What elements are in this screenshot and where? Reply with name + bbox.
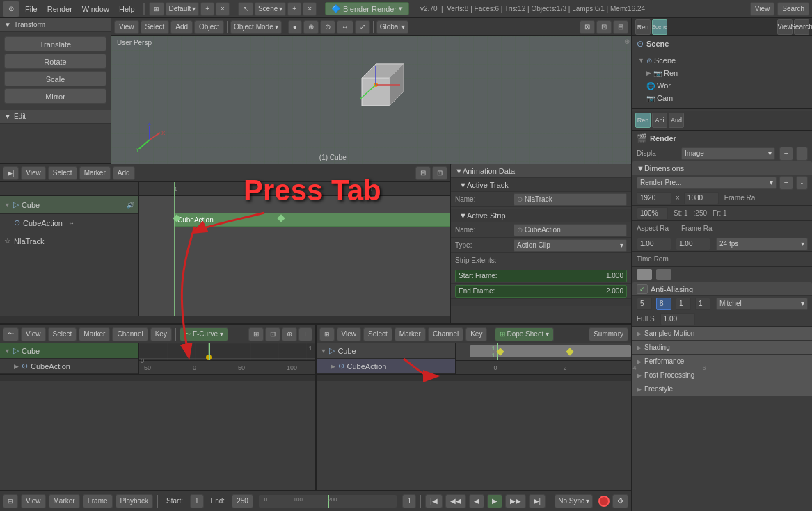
menu-window[interactable]: Window: [78, 3, 113, 15]
scene-dropdown[interactable]: Scene ▾: [255, 2, 286, 16]
tree-ren[interactable]: ▶ 📷 Ren: [635, 67, 809, 79]
timeline-playback[interactable]: Playback: [116, 494, 154, 508]
timeline-ruler[interactable]: 0 100 200: [259, 495, 397, 508]
dope-ch-cube-top[interactable]: ▼ ▷ Cube: [317, 343, 455, 359]
post-processing-btn[interactable]: ▶ Post Processing: [632, 368, 812, 382]
search-btn-top[interactable]: Search: [777, 2, 809, 16]
strip-type-dropdown[interactable]: Action Clip ▾: [514, 239, 627, 252]
nla-cube-speaker[interactable]: 🔊: [127, 202, 134, 209]
dope-timeline[interactable]: 0 2 4 6 1 1: [456, 343, 632, 374]
play-jump-start[interactable]: |◀: [425, 494, 443, 508]
dope-view[interactable]: View: [337, 327, 362, 341]
performance-btn[interactable]: ▶ Performance: [632, 355, 812, 368]
viewport-icon2[interactable]: ⊕: [303, 20, 319, 34]
transform-panel-header[interactable]: ▼ Transform: [0, 18, 111, 32]
active-strip-header[interactable]: ▼ Active Strip: [451, 209, 631, 222]
viewport-3d[interactable]: View Select Add Object Object Mode ▾ ● ⊕…: [111, 18, 631, 164]
tree-cam[interactable]: 📷 Cam: [635, 92, 809, 104]
sync-dropdown[interactable]: No Sync ▾: [555, 494, 593, 508]
add-menu[interactable]: Add: [170, 20, 193, 34]
rp-icon-ren[interactable]: Ren: [635, 19, 651, 35]
scene-close-btn[interactable]: ×: [303, 2, 317, 16]
nla-view-menu[interactable]: View: [21, 166, 46, 180]
rp-search[interactable]: Search: [794, 19, 809, 35]
rt-aud[interactable]: Aud: [669, 113, 684, 128]
fcurve-hscrollbar[interactable]: [0, 374, 315, 381]
timeline-icon[interactable]: ⊟: [3, 494, 18, 508]
dope-channel[interactable]: Channel: [428, 327, 463, 341]
sampled-motion-btn[interactable]: ▶ Sampled Motion: [632, 327, 812, 341]
strip-name-input[interactable]: ⊙ CubeAction: [514, 224, 627, 236]
fcurve-icon1[interactable]: ⊞: [248, 327, 264, 341]
dope-select[interactable]: Select: [363, 327, 392, 341]
active-track-header[interactable]: ▼ Active Track: [451, 178, 631, 192]
track-name-input[interactable]: ⊙ NlaTrack: [514, 193, 627, 206]
aa-checkbox[interactable]: [637, 284, 648, 294]
nla-select-menu[interactable]: Select: [48, 166, 77, 180]
menu-render[interactable]: Render: [43, 3, 77, 15]
tree-wor[interactable]: 🌐 Wor: [635, 79, 809, 92]
vp-icon-r2[interactable]: ⊡: [596, 20, 612, 34]
fcurve-select[interactable]: Select: [48, 327, 77, 341]
aa-s1[interactable]: 5: [637, 298, 652, 310]
play-next-frame[interactable]: ▶▶: [505, 494, 526, 508]
nla-icon1[interactable]: ⊟: [415, 166, 431, 180]
layout-grid-btn[interactable]: ⊞: [149, 2, 164, 16]
dope-ch-cubeaction[interactable]: ▶ ⊙ CubeAction: [317, 359, 455, 374]
dope-mode-btn[interactable]: ⊞ Dope Sheet ▾: [495, 327, 554, 341]
color-swatch-1[interactable]: [637, 269, 652, 280]
mode-dropdown[interactable]: Object Mode ▾: [230, 20, 282, 34]
fps-dropdown[interactable]: 24 fps ▾: [716, 238, 808, 250]
record-btn[interactable]: [598, 496, 610, 507]
nla-icon[interactable]: ▶|: [3, 166, 19, 180]
fcurve-icon2[interactable]: ⊡: [265, 327, 280, 341]
fcurve-icon3[interactable]: ⊕: [282, 327, 297, 341]
viewport-icon1[interactable]: ●: [288, 20, 302, 34]
app-icon[interactable]: ⊙: [3, 1, 19, 17]
timeline-options[interactable]: ⚙: [612, 494, 628, 508]
timeline-marker[interactable]: Marker: [49, 494, 80, 508]
render-preset-dropdown[interactable]: Render Pre... ▾: [637, 177, 777, 189]
nla-hscrollbar[interactable]: [0, 316, 450, 323]
viewport-corner[interactable]: ⊕: [624, 38, 630, 45]
tree-scene[interactable]: ▼ ⊙ Scene: [635, 54, 809, 67]
timeline-end-val[interactable]: 250: [232, 494, 253, 508]
menu-file[interactable]: File: [21, 3, 42, 15]
nla-marker-menu[interactable]: Marker: [79, 166, 111, 180]
layout-dropdown[interactable]: Default ▾: [166, 2, 200, 16]
timeline-current[interactable]: 1: [402, 494, 416, 508]
nla-channel-nlatrack[interactable]: ☆ NlaTrack: [0, 232, 138, 250]
aa-header[interactable]: Anti-Aliasing: [632, 282, 812, 296]
scale-btn[interactable]: Scale: [4, 71, 106, 86]
rp-icon-scene[interactable]: Scene: [652, 19, 667, 35]
viewport-icon5[interactable]: ⤢: [355, 20, 370, 34]
dope-icon[interactable]: ⊞: [319, 327, 335, 341]
percent-input[interactable]: 100%: [637, 207, 668, 220]
play-jump-end[interactable]: ▶|: [529, 494, 546, 508]
aa-s3[interactable]: 1: [676, 298, 691, 310]
fcurve-ch-cube[interactable]: ▼ ▷ Cube: [0, 343, 138, 359]
transform-dropdown[interactable]: Global ▾: [376, 20, 408, 34]
shading-btn[interactable]: ▶ Shading: [632, 341, 812, 355]
fcurve-icon4[interactable]: +: [298, 327, 312, 341]
nla-timeline[interactable]: 1 2 4 CubeAction: [139, 182, 450, 316]
nla-channel-cubeaction[interactable]: ⊙ CubeAction ↔: [0, 214, 138, 232]
play-prev-key[interactable]: ◀◀: [445, 494, 466, 508]
layout-close-btn[interactable]: ×: [216, 2, 230, 16]
display-minus[interactable]: -: [796, 147, 808, 161]
fcurve-ch-cubeaction[interactable]: ▶ ⊙ CubeAction: [0, 359, 138, 374]
aa-s4[interactable]: 1: [695, 298, 710, 310]
aa-val[interactable]: 1.00: [660, 313, 695, 325]
res-x-input[interactable]: 1920: [637, 192, 671, 204]
aspect-y-input[interactable]: 1.00: [676, 238, 710, 250]
viewport-icon4[interactable]: ↔: [337, 20, 353, 34]
edit-panel-header[interactable]: ▼ Edit: [0, 110, 111, 124]
rotate-btn[interactable]: Rotate: [4, 54, 106, 69]
rp-minus[interactable]: -: [796, 176, 808, 190]
nla-channel-cube[interactable]: ▼ ▷ Cube 🔊: [0, 196, 138, 214]
viewport-canvas[interactable]: User Persp: [111, 36, 631, 164]
timeline-view[interactable]: View: [21, 494, 46, 508]
fcurve-graph[interactable]: -50 0 50 100 0 1: [139, 343, 315, 374]
start-frame-input[interactable]: Start Frame: 1.000: [455, 270, 627, 282]
freestyle-btn[interactable]: ▶ Freestyle: [632, 382, 812, 396]
